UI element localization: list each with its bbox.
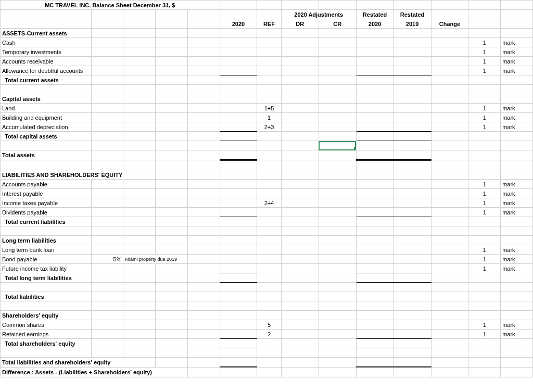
row-ap: Accounts payable [1, 180, 92, 189]
section-capital-assets: Capital assets [1, 94, 92, 104]
bond-desc: Miami property due 2019 [123, 255, 187, 264]
row-total-capital: Total capital assets [1, 132, 92, 141]
hdr-adjustments: 2020 Adjustments [281, 10, 356, 19]
hdr-r2020: 2020 [356, 19, 394, 29]
sheet-title: MC TRAVEL INC. Balance Sheet December 31… [1, 1, 220, 10]
row-total-current-assets: Total current assets [1, 75, 92, 85]
row-temp-inv: Temporary investments [1, 47, 92, 57]
section-sh-equity: Shareholders' equity [1, 311, 92, 320]
hdr-restated2: Restated [394, 10, 431, 19]
row-bond: Bond payable [1, 255, 92, 264]
row-ar: Accounts receivable [1, 57, 92, 66]
row-total-liab-sh: Total liabilities and shareholders' equi… [1, 358, 156, 368]
hdr-2020: 2020 [220, 19, 257, 29]
row-allowance: Allowance for doubtful accounts [1, 66, 92, 75]
row-land: Land [1, 104, 92, 113]
mark-num: 1 [468, 38, 501, 47]
ref-land: 1+5 [257, 104, 281, 113]
ref-income-tax: 2+4 [257, 198, 281, 208]
row-cash: Cash [1, 38, 92, 47]
row-retained: Retained earnings [1, 330, 92, 339]
row-accum-dep: Accumulated depreciation [1, 122, 92, 132]
row-income-tax: Income taxes payable [1, 198, 92, 208]
ref-common: 5 [257, 320, 281, 330]
mark-label: mark [501, 38, 533, 47]
ref-building: 1 [257, 113, 281, 122]
row-common: Common shares [1, 320, 92, 330]
row-total-assets: Total assets [1, 150, 92, 160]
row-building: Building and equipment [1, 113, 92, 122]
hdr-cr: CR [319, 19, 356, 29]
row-dividends: Dividents payable [1, 208, 92, 217]
section-assets-current: ASSETS-Current assets [1, 29, 92, 38]
row-future-tax: Future income tax liability [1, 264, 92, 273]
row-total-liab: Total liabilities [1, 292, 92, 301]
hdr-ref: REF [257, 19, 281, 29]
balance-sheet-grid[interactable]: MC TRAVEL INC. Balance Sheet December 31… [0, 0, 533, 377]
bond-pct: 5% [91, 255, 123, 264]
hdr-dr: DR [281, 19, 319, 29]
ref-accum-dep: 2+3 [257, 122, 281, 132]
hdr-change: Change [431, 19, 468, 29]
section-liab-equity: LIABILITIES AND SHAREHOLDERS' EQUITY [1, 170, 156, 180]
hdr-restated1: Restated [356, 10, 394, 19]
ref-retained: 2 [257, 330, 281, 339]
active-cell[interactable] [319, 141, 356, 150]
row-total-sh: Total shareholders' equity [1, 339, 92, 348]
row-total-lt: Total long term liabilities [1, 273, 92, 283]
section-lt-liab: Long term liabilities [1, 236, 92, 245]
row-lt-loan: Long term bank loan [1, 245, 92, 255]
row-interest: Interest payable [1, 189, 92, 198]
row-difference: Difference : Assets - (Liabilities + Sha… [1, 368, 188, 377]
row-total-current-liab: Total current liabilities [1, 217, 92, 226]
hdr-r2019: 2019 [394, 19, 431, 29]
